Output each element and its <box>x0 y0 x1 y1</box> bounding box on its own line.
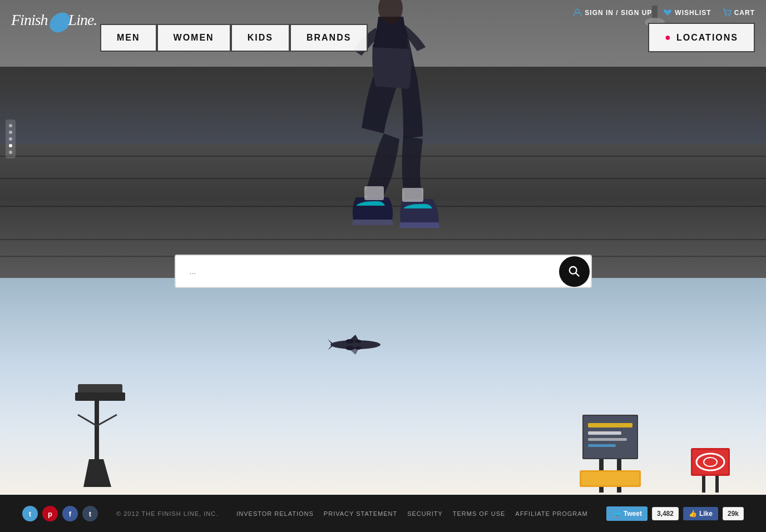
svg-point-14 <box>355 346 362 350</box>
sky-section <box>0 278 766 495</box>
slide-dot-2[interactable] <box>9 131 12 134</box>
nav-bar: MEN WOMEN KIDS BRANDS ● LOCATIONS <box>100 23 755 52</box>
svg-point-13 <box>355 340 362 343</box>
copyright-text: © 2012 THE FINISH LINE, INC. <box>116 510 218 517</box>
like-thumb-icon: 👍 <box>689 510 697 518</box>
tweet-button[interactable]: 🐦 Tweet <box>606 506 648 521</box>
pinterest-link[interactable]: p <box>42 506 58 521</box>
wishlist-link[interactable]: WISHLIST <box>663 8 711 17</box>
footer-links: INVESTOR RELATIONS PRIVACY STATEMENT SEC… <box>236 510 588 517</box>
search-section <box>175 255 592 288</box>
locations-button[interactable]: ● LOCATIONS <box>648 23 755 52</box>
cart-icon <box>723 8 732 17</box>
cart-link[interactable]: CART <box>723 8 755 17</box>
svg-rect-3 <box>364 186 384 200</box>
svg-line-19 <box>97 415 117 426</box>
search-icon <box>568 265 580 277</box>
svg-rect-25 <box>588 444 616 447</box>
page-wrapper: SIGN IN / SIGN UP WISHLIST CART MEN <box>0 0 766 532</box>
slide-dot-4[interactable] <box>9 144 12 147</box>
svg-point-11 <box>345 339 354 344</box>
airplane-icon <box>328 334 383 356</box>
footer-link-privacy[interactable]: PRIVACY STATEMENT <box>324 510 397 517</box>
stadium-lights-left <box>45 381 156 495</box>
airplane <box>328 334 383 361</box>
slide-dot-5[interactable] <box>9 151 12 154</box>
svg-rect-24 <box>588 438 627 441</box>
user-icon <box>573 8 582 17</box>
cart-label: CART <box>734 9 755 17</box>
header: SIGN IN / SIGN UP WISHLIST CART MEN <box>0 0 766 52</box>
nav-brands[interactable]: BRANDS <box>290 24 368 52</box>
svg-rect-17 <box>75 392 125 401</box>
like-count: 29k <box>723 507 744 520</box>
svg-point-12 <box>345 346 354 350</box>
stadium-right <box>577 409 644 495</box>
nav-men[interactable]: MEN <box>100 24 157 52</box>
svg-rect-35 <box>715 476 719 493</box>
svg-rect-21 <box>584 416 637 458</box>
nav-kids[interactable]: KIDS <box>231 24 290 52</box>
slide-dot-3[interactable] <box>9 137 12 141</box>
svg-rect-29 <box>581 472 639 485</box>
svg-point-7 <box>728 15 730 17</box>
top-bar: SIGN IN / SIGN UP WISHLIST CART <box>100 8 755 17</box>
logo[interactable]: Finish⬤Line. <box>11 10 97 32</box>
tumblr-link[interactable]: t <box>82 506 98 521</box>
sign-in-label: SIGN IN / SIGN UP <box>585 9 652 17</box>
sign-in-link[interactable]: SIGN IN / SIGN UP <box>573 8 652 17</box>
tweet-count: 3,482 <box>652 507 679 520</box>
logo-text: Finish⬤Line. <box>11 10 97 28</box>
footer: t p f t © 2012 THE FINISH LINE, INC. INV… <box>0 495 766 532</box>
footer-link-investor[interactable]: INVESTOR RELATIONS <box>236 510 314 517</box>
svg-rect-23 <box>588 431 621 435</box>
svg-line-9 <box>576 273 579 276</box>
facebook-link[interactable]: f <box>62 506 78 521</box>
slideshow-dots <box>6 120 16 158</box>
social-counts: 🐦 Tweet 3,482 👍 Like 29k <box>606 506 744 521</box>
svg-rect-34 <box>702 476 705 493</box>
location-pin-icon: ● <box>665 32 672 43</box>
social-icons: t p f t <box>22 506 98 521</box>
svg-rect-22 <box>588 423 632 427</box>
svg-point-6 <box>725 15 727 17</box>
toyota-sign <box>688 426 733 495</box>
heart-icon <box>663 8 672 17</box>
stair-line <box>0 239 766 240</box>
wishlist-label: WISHLIST <box>675 9 711 17</box>
twitter-link[interactable]: t <box>22 506 38 521</box>
search-input[interactable] <box>187 267 558 276</box>
tweet-bird-icon: 🐦 <box>612 509 621 518</box>
svg-line-18 <box>78 415 97 426</box>
like-button[interactable]: 👍 Like <box>683 507 718 520</box>
nav-women[interactable]: WOMEN <box>157 24 231 52</box>
svg-rect-4 <box>402 188 423 202</box>
search-button[interactable] <box>559 256 590 287</box>
footer-link-affiliate[interactable]: AFFILIATE PROGRAM <box>515 510 587 517</box>
svg-point-8 <box>570 267 577 274</box>
footer-link-terms[interactable]: TERMS OF USE <box>453 510 506 517</box>
footer-link-security[interactable]: SECURITY <box>407 510 443 517</box>
slide-dot-1[interactable] <box>9 124 12 127</box>
search-wrapper <box>175 255 592 288</box>
